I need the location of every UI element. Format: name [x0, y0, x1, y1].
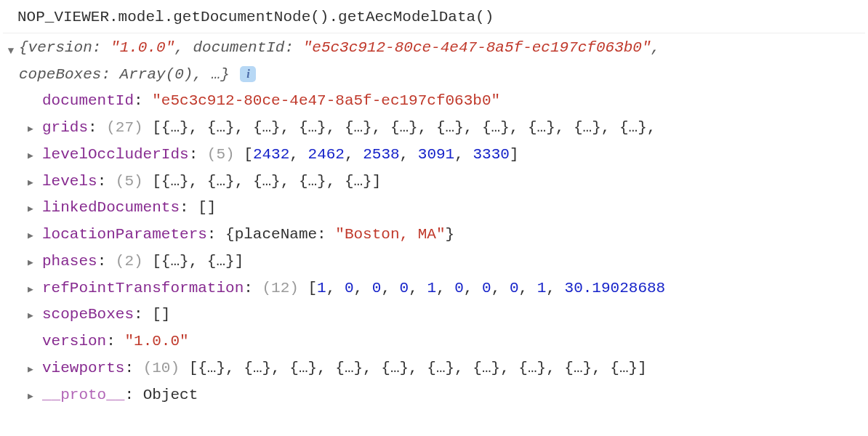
- prop-content: documentId: "e5c3c912-80ce-4e47-8a5f-ec1…: [42, 88, 865, 115]
- prop-grids[interactable]: ▶ grids: (27) [{…}, {…}, {…}, {…}, {…}, …: [3, 115, 865, 142]
- prop-count: (5): [207, 146, 235, 163]
- result-summary: {version: "1.0.0", documentId: "e5c3c912…: [19, 35, 865, 89]
- console-input-echo: NOP_VIEWER.model.getDocumentNode().getAe…: [3, 4, 865, 33]
- disclosure-triangle-right-icon[interactable]: ▶: [28, 142, 42, 165]
- num-value: 2432: [253, 146, 289, 163]
- prop-content: locationParameters: {placeName: "Boston,…: [42, 222, 865, 249]
- prop-key: version: [42, 333, 106, 350]
- prop-count: (12): [262, 280, 298, 296]
- disclosure-triangle-right-icon[interactable]: ▶: [28, 195, 42, 218]
- comma: ,: [400, 146, 418, 163]
- prop-levels[interactable]: ▶ levels: (5) [{…}, {…}, {…}, {…}, {…}]: [3, 169, 865, 195]
- comma: ,: [454, 146, 473, 163]
- colon: :: [88, 119, 106, 136]
- num-value: 3091: [418, 146, 454, 163]
- num-value: 30.19028688: [565, 280, 666, 296]
- bracket: [: [235, 146, 253, 163]
- prop-phases[interactable]: ▶ phases: (2) [{…}, {…}]: [3, 249, 865, 275]
- disclosure-triangle-down-icon[interactable]: ▼: [3, 35, 19, 60]
- prop-value: "1.0.0": [124, 333, 188, 350]
- prop-documentId[interactable]: documentId: "e5c3c912-80ce-4e47-8a5f-ec1…: [3, 88, 865, 115]
- prop-content: version: "1.0.0": [42, 328, 865, 355]
- prop-content: linkedDocuments: []: [42, 195, 865, 222]
- prop-body: []: [198, 199, 216, 216]
- prop-count: (10): [143, 360, 180, 376]
- colon: :: [124, 360, 142, 376]
- colon: :: [207, 226, 225, 243]
- prop-content: levelOccluderIds: (5) [2432, 2462, 2538,…: [42, 142, 865, 169]
- colon: :: [124, 387, 142, 403]
- prop-value: "e5c3c912-80ce-4e47-8a5f-ec197cf063b0": [152, 92, 500, 109]
- summary-text: , documentId:: [174, 39, 302, 56]
- prop-body: Object: [143, 387, 198, 403]
- disclosure-triangle-right-icon[interactable]: ▶: [28, 115, 42, 138]
- comma: ,: [381, 280, 399, 296]
- prop-viewports[interactable]: ▶ viewports: (10) [{…}, {…}, {…}, {…}, {…: [3, 355, 865, 382]
- disclosure-triangle-right-icon[interactable]: ▶: [28, 222, 42, 245]
- prop-key: viewports: [42, 360, 124, 376]
- prop-key: refPointTransformation: [42, 280, 244, 296]
- prop-content: grids: (27) [{…}, {…}, {…}, {…}, {…}, {……: [42, 115, 865, 142]
- disclosure-triangle-right-icon[interactable]: ▶: [28, 249, 42, 272]
- prop-content: refPointTransformation: (12) [1, 0, 0, 0…: [42, 275, 865, 302]
- colon: :: [106, 333, 124, 350]
- num-value: 1: [317, 280, 326, 296]
- prop-locationParameters[interactable]: ▶ locationParameters: {placeName: "Bosto…: [3, 222, 865, 249]
- prop-body: [{…}, {…}, {…}, {…}, {…}, {…}, {…}, {…},…: [143, 119, 656, 136]
- prop-refPointTransformation[interactable]: ▶ refPointTransformation: (12) [1, 0, 0,…: [3, 275, 865, 302]
- comma: ,: [519, 280, 537, 296]
- result-summary-row[interactable]: ▼ {version: "1.0.0", documentId: "e5c3c9…: [3, 35, 865, 89]
- prop-proto[interactable]: ▶ __proto__: Object: [3, 382, 865, 409]
- comma: ,: [436, 280, 454, 296]
- colon: :: [97, 173, 116, 190]
- comma: ,: [464, 280, 482, 296]
- prop-body: []: [152, 306, 170, 323]
- prop-scopeBoxes[interactable]: ▶ scopeBoxes: []: [3, 302, 865, 328]
- comma: ,: [326, 280, 345, 296]
- prop-content: scopeBoxes: []: [42, 302, 865, 328]
- num-value: 0: [372, 280, 382, 296]
- num-value: 2538: [363, 146, 399, 163]
- prop-key: documentId: [42, 92, 134, 109]
- comma: ,: [345, 146, 363, 163]
- prop-key: levelOccluderIds: [42, 146, 189, 163]
- prop-content: __proto__: Object: [42, 382, 865, 409]
- prop-version[interactable]: version: "1.0.0": [3, 328, 865, 355]
- prop-key: linkedDocuments: [42, 199, 180, 216]
- comma: ,: [289, 146, 308, 163]
- prop-key: grids: [42, 119, 88, 136]
- prop-levelOccluderIds[interactable]: ▶ levelOccluderIds: (5) [2432, 2462, 253…: [3, 142, 865, 169]
- summary-text: {version:: [19, 39, 110, 56]
- disclosure-triangle-right-icon[interactable]: ▶: [28, 302, 42, 325]
- comma: ,: [409, 280, 427, 296]
- summary-line2: copeBoxes: Array(0), …}: [19, 66, 230, 83]
- expression-text: NOP_VIEWER.model.getDocumentNode().getAe…: [17, 9, 494, 25]
- summary-version-value: "1.0.0": [110, 39, 174, 56]
- prop-value: "Boston, MA": [335, 226, 445, 243]
- disclosure-triangle-right-icon[interactable]: ▶: [28, 355, 42, 379]
- disclosure-triangle-right-icon[interactable]: ▶: [28, 382, 42, 405]
- disclosure-triangle-right-icon[interactable]: ▶: [28, 275, 42, 299]
- num-value: 0: [345, 280, 354, 296]
- comma: ,: [546, 280, 564, 296]
- prop-linkedDocuments[interactable]: ▶ linkedDocuments: []: [3, 195, 865, 222]
- summary-text: ,: [651, 39, 661, 56]
- console-output: NOP_VIEWER.model.getDocumentNode().getAe…: [0, 0, 868, 414]
- colon: :: [134, 306, 152, 323]
- colon: :: [180, 199, 198, 216]
- comma: ,: [491, 280, 510, 296]
- prop-body: [{…}, {…}, {…}, {…}, {…}, {…}, {…}, {…},…: [180, 360, 647, 376]
- colon: :: [97, 253, 116, 270]
- disclosure-triangle-right-icon[interactable]: ▶: [28, 169, 42, 192]
- num-value: 0: [510, 280, 519, 296]
- num-value: 2462: [308, 146, 345, 163]
- prop-content: levels: (5) [{…}, {…}, {…}, {…}, {…}]: [42, 169, 865, 195]
- prop-key: __proto__: [42, 387, 124, 403]
- num-value: 1: [537, 280, 547, 296]
- prop-key: levels: [42, 173, 97, 190]
- prop-body: [{…}, {…}, {…}, {…}, {…}]: [143, 173, 382, 190]
- prop-body: [{…}, {…}]: [143, 253, 244, 270]
- info-icon[interactable]: i: [240, 66, 256, 82]
- comma: ,: [354, 280, 372, 296]
- prop-count: (2): [116, 253, 143, 270]
